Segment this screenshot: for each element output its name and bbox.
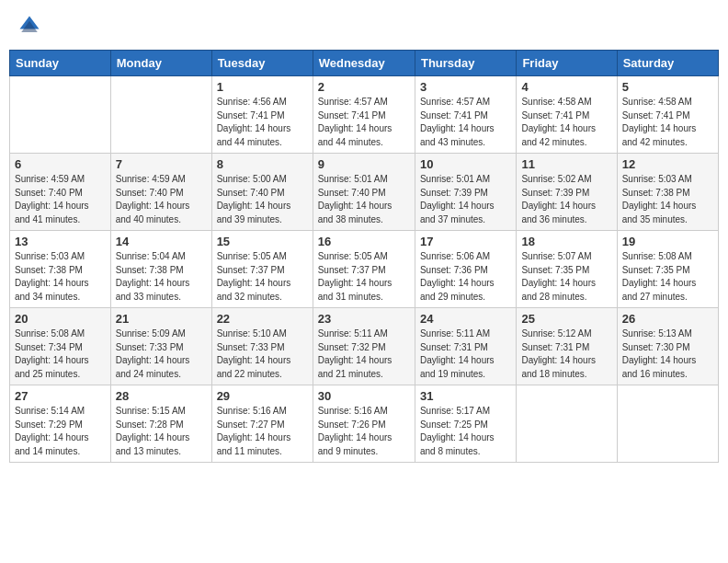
day-number: 1 bbox=[217, 80, 308, 94]
day-info: Sunrise: 5:02 AM Sunset: 7:39 PM Dayligh… bbox=[521, 173, 611, 226]
day-cell bbox=[10, 76, 111, 154]
day-info: Sunrise: 5:08 AM Sunset: 7:34 PM Dayligh… bbox=[15, 327, 106, 381]
day-info: Sunrise: 5:00 AM Sunset: 7:40 PM Dayligh… bbox=[217, 173, 308, 226]
day-cell: 8Sunrise: 5:00 AM Sunset: 7:40 PM Daylig… bbox=[211, 154, 313, 231]
day-info: Sunrise: 4:58 AM Sunset: 7:41 PM Dayligh… bbox=[622, 96, 713, 149]
day-number: 28 bbox=[116, 389, 207, 403]
day-number: 14 bbox=[116, 235, 207, 248]
weekday-header-friday: Friday bbox=[517, 51, 617, 76]
day-cell bbox=[617, 385, 718, 463]
day-number: 21 bbox=[116, 312, 207, 326]
day-cell: 6Sunrise: 4:59 AM Sunset: 7:40 PM Daylig… bbox=[10, 154, 111, 231]
day-info: Sunrise: 5:12 AM Sunset: 7:31 PM Dayligh… bbox=[521, 327, 611, 381]
day-cell: 7Sunrise: 4:59 AM Sunset: 7:40 PM Daylig… bbox=[110, 154, 211, 231]
day-cell: 5Sunrise: 4:58 AM Sunset: 7:41 PM Daylig… bbox=[617, 76, 718, 154]
day-info: Sunrise: 5:07 AM Sunset: 7:35 PM Dayligh… bbox=[521, 250, 611, 304]
day-cell: 17Sunrise: 5:06 AM Sunset: 7:36 PM Dayli… bbox=[415, 231, 516, 308]
day-info: Sunrise: 4:59 AM Sunset: 7:40 PM Dayligh… bbox=[116, 173, 207, 226]
day-cell: 9Sunrise: 5:01 AM Sunset: 7:40 PM Daylig… bbox=[313, 154, 415, 231]
day-info: Sunrise: 5:11 AM Sunset: 7:32 PM Dayligh… bbox=[318, 327, 410, 381]
day-number: 22 bbox=[217, 312, 308, 326]
day-info: Sunrise: 5:15 AM Sunset: 7:28 PM Dayligh… bbox=[116, 405, 207, 458]
weekday-header-thursday: Thursday bbox=[415, 51, 516, 76]
day-number: 27 bbox=[15, 389, 106, 403]
day-cell: 23Sunrise: 5:11 AM Sunset: 7:32 PM Dayli… bbox=[313, 308, 415, 385]
weekday-header-tuesday: Tuesday bbox=[211, 51, 313, 76]
day-number: 3 bbox=[420, 80, 511, 94]
weekday-header-saturday: Saturday bbox=[617, 51, 718, 76]
day-info: Sunrise: 5:01 AM Sunset: 7:39 PM Dayligh… bbox=[420, 173, 511, 226]
day-info: Sunrise: 5:09 AM Sunset: 7:33 PM Dayligh… bbox=[116, 327, 207, 381]
day-info: Sunrise: 5:05 AM Sunset: 7:37 PM Dayligh… bbox=[318, 250, 410, 304]
day-cell: 27Sunrise: 5:14 AM Sunset: 7:29 PM Dayli… bbox=[10, 385, 111, 463]
day-number: 13 bbox=[15, 235, 106, 248]
day-cell: 1Sunrise: 4:56 AM Sunset: 7:41 PM Daylig… bbox=[211, 76, 313, 154]
day-number: 25 bbox=[521, 312, 611, 326]
logo-icon bbox=[17, 13, 42, 39]
calendar-table: SundayMondayTuesdayWednesdayThursdayFrid… bbox=[9, 50, 719, 463]
day-number: 6 bbox=[15, 157, 106, 171]
day-cell: 31Sunrise: 5:17 AM Sunset: 7:25 PM Dayli… bbox=[415, 385, 516, 463]
day-info: Sunrise: 5:04 AM Sunset: 7:38 PM Dayligh… bbox=[116, 250, 207, 304]
weekday-header-monday: Monday bbox=[110, 51, 211, 76]
day-cell: 28Sunrise: 5:15 AM Sunset: 7:28 PM Dayli… bbox=[110, 385, 211, 463]
day-cell: 11Sunrise: 5:02 AM Sunset: 7:39 PM Dayli… bbox=[517, 154, 617, 231]
day-cell: 10Sunrise: 5:01 AM Sunset: 7:39 PM Dayli… bbox=[415, 154, 516, 231]
day-cell: 3Sunrise: 4:57 AM Sunset: 7:41 PM Daylig… bbox=[415, 76, 516, 154]
day-cell bbox=[517, 385, 617, 463]
weekday-header-row: SundayMondayTuesdayWednesdayThursdayFrid… bbox=[10, 51, 719, 76]
day-info: Sunrise: 4:56 AM Sunset: 7:41 PM Dayligh… bbox=[217, 96, 308, 149]
day-info: Sunrise: 5:16 AM Sunset: 7:26 PM Dayligh… bbox=[318, 405, 410, 458]
day-number: 4 bbox=[521, 80, 611, 94]
day-info: Sunrise: 5:16 AM Sunset: 7:27 PM Dayligh… bbox=[217, 405, 308, 458]
day-number: 8 bbox=[217, 157, 308, 171]
day-info: Sunrise: 5:10 AM Sunset: 7:33 PM Dayligh… bbox=[217, 327, 308, 381]
day-cell bbox=[110, 76, 211, 154]
day-info: Sunrise: 5:03 AM Sunset: 7:38 PM Dayligh… bbox=[622, 173, 713, 226]
day-number: 15 bbox=[217, 235, 308, 248]
day-info: Sunrise: 5:14 AM Sunset: 7:29 PM Dayligh… bbox=[15, 405, 106, 458]
day-number: 7 bbox=[116, 157, 207, 171]
day-info: Sunrise: 5:03 AM Sunset: 7:38 PM Dayligh… bbox=[15, 250, 106, 304]
logo bbox=[17, 13, 46, 39]
day-cell: 30Sunrise: 5:16 AM Sunset: 7:26 PM Dayli… bbox=[313, 385, 415, 463]
day-info: Sunrise: 5:11 AM Sunset: 7:31 PM Dayligh… bbox=[420, 327, 511, 381]
day-number: 11 bbox=[521, 157, 611, 171]
page-header bbox=[9, 9, 719, 42]
day-number: 9 bbox=[318, 157, 410, 171]
day-cell: 25Sunrise: 5:12 AM Sunset: 7:31 PM Dayli… bbox=[517, 308, 617, 385]
day-number: 31 bbox=[420, 389, 511, 403]
day-info: Sunrise: 5:13 AM Sunset: 7:30 PM Dayligh… bbox=[622, 327, 713, 381]
day-number: 2 bbox=[318, 80, 410, 94]
weekday-header-wednesday: Wednesday bbox=[313, 51, 415, 76]
day-info: Sunrise: 4:57 AM Sunset: 7:41 PM Dayligh… bbox=[420, 96, 511, 149]
week-row-4: 20Sunrise: 5:08 AM Sunset: 7:34 PM Dayli… bbox=[10, 308, 719, 385]
day-cell: 26Sunrise: 5:13 AM Sunset: 7:30 PM Dayli… bbox=[617, 308, 718, 385]
day-cell: 19Sunrise: 5:08 AM Sunset: 7:35 PM Dayli… bbox=[617, 231, 718, 308]
week-row-3: 13Sunrise: 5:03 AM Sunset: 7:38 PM Dayli… bbox=[10, 231, 719, 308]
day-number: 17 bbox=[420, 235, 511, 248]
day-cell: 20Sunrise: 5:08 AM Sunset: 7:34 PM Dayli… bbox=[10, 308, 111, 385]
day-cell: 4Sunrise: 4:58 AM Sunset: 7:41 PM Daylig… bbox=[517, 76, 617, 154]
day-cell: 29Sunrise: 5:16 AM Sunset: 7:27 PM Dayli… bbox=[211, 385, 313, 463]
day-number: 20 bbox=[15, 312, 106, 326]
day-info: Sunrise: 5:08 AM Sunset: 7:35 PM Dayligh… bbox=[622, 250, 713, 304]
day-cell: 2Sunrise: 4:57 AM Sunset: 7:41 PM Daylig… bbox=[313, 76, 415, 154]
day-cell: 15Sunrise: 5:05 AM Sunset: 7:37 PM Dayli… bbox=[211, 231, 313, 308]
day-number: 23 bbox=[318, 312, 410, 326]
day-info: Sunrise: 4:57 AM Sunset: 7:41 PM Dayligh… bbox=[318, 96, 410, 149]
day-number: 26 bbox=[622, 312, 713, 326]
day-number: 10 bbox=[420, 157, 511, 171]
day-number: 30 bbox=[318, 389, 410, 403]
weekday-header-sunday: Sunday bbox=[10, 51, 111, 76]
day-info: Sunrise: 4:58 AM Sunset: 7:41 PM Dayligh… bbox=[521, 96, 611, 149]
day-info: Sunrise: 5:17 AM Sunset: 7:25 PM Dayligh… bbox=[420, 405, 511, 458]
day-number: 29 bbox=[217, 389, 308, 403]
day-cell: 18Sunrise: 5:07 AM Sunset: 7:35 PM Dayli… bbox=[517, 231, 617, 308]
day-number: 16 bbox=[318, 235, 410, 248]
week-row-2: 6Sunrise: 4:59 AM Sunset: 7:40 PM Daylig… bbox=[10, 154, 719, 231]
day-cell: 12Sunrise: 5:03 AM Sunset: 7:38 PM Dayli… bbox=[617, 154, 718, 231]
day-cell: 24Sunrise: 5:11 AM Sunset: 7:31 PM Dayli… bbox=[415, 308, 516, 385]
day-cell: 13Sunrise: 5:03 AM Sunset: 7:38 PM Dayli… bbox=[10, 231, 111, 308]
day-info: Sunrise: 5:05 AM Sunset: 7:37 PM Dayligh… bbox=[217, 250, 308, 304]
